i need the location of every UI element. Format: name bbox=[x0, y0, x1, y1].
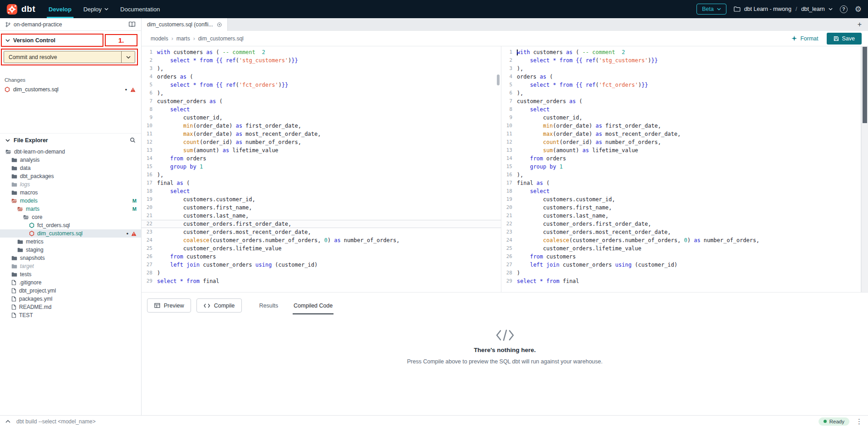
code-line-13[interactable]: 13 sum(amount) as lifetime_value bbox=[142, 146, 501, 154]
code-line-28[interactable]: 28) bbox=[142, 269, 501, 277]
format-button[interactable]: Format bbox=[791, 35, 819, 42]
tree-item-target[interactable]: target bbox=[0, 262, 141, 270]
project-selector[interactable]: dbt Learn - mwong / dbt_learn bbox=[734, 6, 833, 12]
code-line-16[interactable]: 16), bbox=[142, 171, 501, 179]
code-line-1[interactable]: 1with customers as ( -- comment 2 bbox=[501, 48, 861, 56]
code-line-29[interactable]: 29select * from final bbox=[501, 277, 861, 285]
tree-item-data[interactable]: data bbox=[0, 164, 141, 172]
nav-item-deploy[interactable]: Deploy bbox=[78, 0, 114, 18]
tree-item-logs[interactable]: logs bbox=[0, 180, 141, 189]
code-line-20[interactable]: 20 customers.first_name, bbox=[501, 204, 861, 212]
tab-status-icon[interactable] bbox=[217, 22, 222, 27]
panel-tab-results[interactable]: Results bbox=[258, 297, 279, 314]
code-line-18[interactable]: 18 select bbox=[142, 187, 501, 195]
tree-item-snapshots[interactable]: snapshots bbox=[0, 254, 141, 262]
scrollbar-track[interactable] bbox=[861, 46, 868, 292]
settings-gear-icon[interactable]: ⚙ bbox=[855, 5, 862, 13]
tree-item-tests[interactable]: tests bbox=[0, 270, 141, 278]
preview-button[interactable]: Preview bbox=[147, 298, 191, 313]
code-line-25[interactable]: 25 customer_orders.lifetime_value bbox=[501, 244, 861, 253]
code-line-12[interactable]: 12 count(order_id) as number_of_orders, bbox=[501, 138, 861, 146]
panel-tab-compiled-code[interactable]: Compiled Code bbox=[293, 297, 333, 314]
code-line-6[interactable]: 6), bbox=[142, 89, 501, 97]
tree-item-analysis[interactable]: analysis bbox=[0, 156, 141, 164]
tab-dim-customers[interactable]: dim_customers.sql (confli... bbox=[142, 18, 228, 31]
code-line-23[interactable]: 23 customer_orders.most_recent_order_dat… bbox=[142, 228, 501, 236]
code-line-7[interactable]: 7customer_orders as ( bbox=[501, 97, 861, 105]
compile-button[interactable]: Compile bbox=[196, 298, 242, 313]
code-line-24[interactable]: 24 coalesce(customer_orders.number_of_or… bbox=[501, 236, 861, 244]
breadcrumb-item-models[interactable]: models bbox=[151, 35, 168, 42]
code-line-29[interactable]: 29select * from final bbox=[142, 277, 501, 285]
code-line-12[interactable]: 12 count(order_id) as number_of_orders, bbox=[142, 138, 501, 146]
help-icon[interactable]: ? bbox=[840, 5, 848, 13]
search-icon[interactable] bbox=[130, 137, 136, 143]
code-line-1[interactable]: 1with customers as ( -- comment 2 bbox=[142, 48, 501, 56]
kebab-menu-icon[interactable]: ⋮ bbox=[856, 418, 863, 425]
tree-item-staging[interactable]: staging bbox=[0, 246, 141, 254]
code-line-11[interactable]: 11 max(order_date) as most_recent_order_… bbox=[501, 130, 861, 138]
code-line-11[interactable]: 11 max(order_date) as most_recent_order_… bbox=[142, 130, 501, 138]
branch-row[interactable]: on-demand-practice bbox=[0, 18, 141, 31]
tree-item-dbt-learn-on-demand[interactable]: dbt-learn-on-demand bbox=[0, 148, 141, 156]
save-button[interactable]: Save bbox=[827, 33, 862, 45]
tree-item-dim_customers.sql[interactable]: dim_customers.sql• bbox=[0, 229, 141, 238]
code-line-22[interactable]: 22 customer_orders.first_order_date, bbox=[501, 220, 861, 228]
left-pane-scrollbar[interactable] bbox=[497, 74, 500, 85]
code-line-3[interactable]: 3), bbox=[501, 65, 861, 73]
code-line-4[interactable]: 4orders as ( bbox=[142, 73, 501, 81]
code-line-10[interactable]: 10 min(order_date) as first_order_date, bbox=[142, 122, 501, 130]
code-line-3[interactable]: 3), bbox=[142, 65, 501, 73]
code-line-13[interactable]: 13 sum(amount) as lifetime_value bbox=[501, 146, 861, 154]
beta-dropdown[interactable]: Beta bbox=[696, 4, 726, 15]
code-line-17[interactable]: 17final as ( bbox=[501, 179, 861, 187]
code-line-22[interactable]: 22 customer_orders.first_order_date, bbox=[142, 220, 501, 228]
file-explorer-header[interactable]: File Explorer bbox=[0, 133, 141, 147]
tree-item-README.md[interactable]: README.md bbox=[0, 303, 141, 311]
code-line-8[interactable]: 8 select bbox=[501, 105, 861, 114]
nav-item-develop[interactable]: Develop bbox=[43, 0, 78, 18]
code-line-21[interactable]: 21 customers.last_name, bbox=[501, 212, 861, 220]
tree-item-core[interactable]: core bbox=[0, 213, 141, 221]
code-line-5[interactable]: 5 select * from {{ ref('fct_orders')}} bbox=[142, 81, 501, 89]
new-tab-button[interactable]: + bbox=[858, 21, 862, 28]
code-line-20[interactable]: 20 customers.first_name, bbox=[142, 204, 501, 212]
tree-item-macros[interactable]: macros bbox=[0, 189, 141, 197]
dbt-logo[interactable]: dbt bbox=[6, 4, 35, 15]
docs-book-icon[interactable] bbox=[128, 21, 136, 27]
code-line-5[interactable]: 5 select * from {{ ref('fct_orders')}} bbox=[501, 81, 861, 89]
command-input[interactable]: dbt build --select <model_name> bbox=[16, 418, 96, 425]
code-line-14[interactable]: 14 from orders bbox=[142, 154, 501, 163]
changed-file-dim_customers.sql[interactable]: dim_customers.sql• bbox=[0, 85, 141, 94]
code-line-26[interactable]: 26 from customers bbox=[142, 253, 501, 261]
code-line-26[interactable]: 26 from customers bbox=[501, 253, 861, 261]
tree-item-TEST[interactable]: TEST bbox=[0, 311, 141, 319]
code-line-7[interactable]: 7customer_orders as ( bbox=[142, 97, 501, 105]
code-line-2[interactable]: 2 select * from {{ ref('stg_customers')}… bbox=[142, 56, 501, 65]
breadcrumb-item-marts[interactable]: marts bbox=[177, 35, 190, 42]
code-line-17[interactable]: 17final as ( bbox=[142, 179, 501, 187]
commit-options-caret[interactable] bbox=[121, 51, 135, 63]
tree-item-fct_orders.sql[interactable]: fct_orders.sql bbox=[0, 221, 141, 229]
code-line-4[interactable]: 4orders as ( bbox=[501, 73, 861, 81]
code-line-27[interactable]: 27 left join customer_orders using (cust… bbox=[142, 261, 501, 269]
breadcrumb-item-dim_customers.sql[interactable]: dim_customers.sql bbox=[198, 35, 244, 42]
version-control-header[interactable]: Version Control bbox=[2, 34, 55, 47]
code-line-18[interactable]: 18 select bbox=[501, 187, 861, 195]
code-line-27[interactable]: 27 left join customer_orders using (cust… bbox=[501, 261, 861, 269]
tree-item-metrics[interactable]: metrics bbox=[0, 238, 141, 246]
code-line-9[interactable]: 9 customer_id, bbox=[501, 114, 861, 122]
tree-item-marts[interactable]: martsM bbox=[0, 205, 141, 213]
nav-item-documentation[interactable]: Documentation bbox=[114, 0, 166, 18]
tree-item-dbt_packages[interactable]: dbt_packages bbox=[0, 172, 141, 180]
scrollbar-thumb[interactable] bbox=[863, 47, 867, 123]
code-line-19[interactable]: 19 customers.customer_id, bbox=[142, 195, 501, 204]
code-line-25[interactable]: 25 customer_orders.lifetime_value bbox=[142, 244, 501, 253]
chevron-up-icon[interactable] bbox=[5, 420, 10, 423]
code-line-16[interactable]: 16), bbox=[501, 171, 861, 179]
code-line-15[interactable]: 15 group by 1 bbox=[142, 163, 501, 171]
code-line-23[interactable]: 23 customer_orders.most_recent_order_dat… bbox=[501, 228, 861, 236]
tree-item-packages.yml[interactable]: packages.yml bbox=[0, 295, 141, 303]
tree-item-.gitignore[interactable]: .gitignore bbox=[0, 278, 141, 287]
commit-and-resolve-button[interactable]: Commit and resolve bbox=[4, 51, 121, 63]
